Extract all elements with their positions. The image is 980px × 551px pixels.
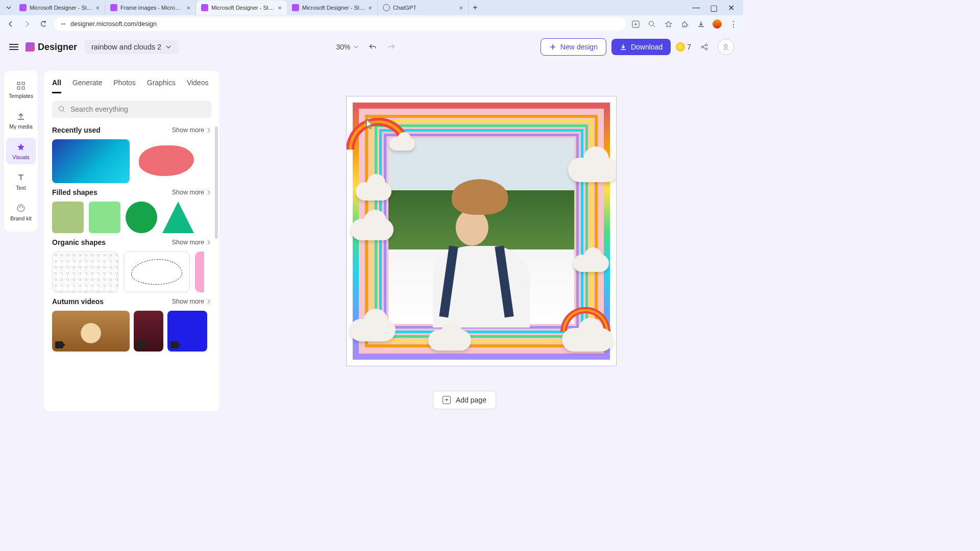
thumb-bean-outline[interactable] xyxy=(124,252,190,292)
zoom-icon[interactable] xyxy=(647,19,656,29)
tab-all[interactable]: All xyxy=(52,79,61,93)
section-recently-used: Recently used Show more xyxy=(44,123,219,185)
panel-scrollbar[interactable] xyxy=(215,127,218,239)
maximize-icon[interactable]: ▢ xyxy=(709,3,718,13)
search-icon xyxy=(58,106,65,113)
minimize-icon[interactable]: — xyxy=(692,3,700,13)
shape-square-olive[interactable] xyxy=(52,202,84,233)
url-field[interactable]: designer.microsoft.com/design xyxy=(54,17,626,31)
nav-forward-icon[interactable] xyxy=(21,18,33,30)
tab-3-active[interactable]: Microsoft Designer - Stunning × xyxy=(196,1,287,15)
rail-visuals[interactable]: Visuals xyxy=(6,138,36,164)
rail-my-media[interactable]: My media xyxy=(6,107,36,134)
rail-label: Brand kit xyxy=(10,215,31,221)
tab-1[interactable]: Microsoft Designer - Stunning × xyxy=(14,1,105,15)
thumb-dotted-blob[interactable] xyxy=(52,252,118,292)
download-button[interactable]: Download xyxy=(611,39,671,55)
video-thumb-blue[interactable] xyxy=(167,311,207,352)
tab-5[interactable]: ChatGPT × xyxy=(378,1,469,15)
shape-circle-green[interactable] xyxy=(126,202,157,233)
close-window-icon[interactable]: ✕ xyxy=(727,3,735,13)
show-more-button[interactable]: Show more xyxy=(172,239,211,246)
reload-icon[interactable] xyxy=(38,18,49,30)
bookmark-icon[interactable] xyxy=(664,19,673,29)
downloads-icon[interactable] xyxy=(696,19,705,29)
extensions-icon[interactable] xyxy=(680,19,689,29)
close-icon[interactable]: × xyxy=(278,4,282,12)
show-more-button[interactable]: Show more xyxy=(172,189,211,196)
rail-text[interactable]: Text xyxy=(6,168,36,195)
app-root: Designer rainbow and clouds 2 30% New de… xyxy=(0,33,743,416)
canvas[interactable] xyxy=(230,70,733,389)
section-organic-shapes: Organic shapes Show more xyxy=(44,235,219,294)
kebab-menu-icon[interactable]: ⋮ xyxy=(729,19,738,29)
section-title: Recently used xyxy=(52,126,101,134)
close-icon[interactable]: × xyxy=(95,4,100,12)
favicon-icon xyxy=(110,4,117,11)
new-tab-button[interactable]: + xyxy=(469,1,482,14)
svg-point-12 xyxy=(19,207,20,208)
thumb-blob[interactable] xyxy=(135,139,201,183)
redo-button[interactable] xyxy=(387,43,395,51)
video-thumb-leaves[interactable] xyxy=(134,311,163,352)
chevron-down-icon xyxy=(353,44,358,49)
add-page-button[interactable]: + Add page xyxy=(433,391,496,409)
artboard[interactable] xyxy=(346,96,617,366)
favicon-icon xyxy=(292,4,299,11)
window-controls: — ▢ ✕ xyxy=(692,3,740,13)
site-info-icon[interactable] xyxy=(60,21,66,27)
shape-square-green[interactable] xyxy=(89,202,120,233)
section-title: Filled shapes xyxy=(52,188,97,196)
close-icon[interactable]: × xyxy=(186,4,190,12)
video-badge-icon xyxy=(170,341,179,348)
tab-4[interactable]: Microsoft Designer - Stunning × xyxy=(287,1,378,15)
video-thumb-dog[interactable] xyxy=(52,311,130,352)
tab-generate[interactable]: Generate xyxy=(72,79,102,93)
tab-videos[interactable]: Videos xyxy=(187,79,209,93)
app-logo[interactable]: Designer xyxy=(26,42,77,53)
svg-point-5 xyxy=(705,44,707,46)
thumb-gradient[interactable] xyxy=(52,139,130,183)
thumb-pink-partial[interactable] xyxy=(195,252,204,292)
close-icon[interactable]: × xyxy=(368,4,372,12)
undo-button[interactable] xyxy=(369,43,377,51)
new-design-button[interactable]: New design xyxy=(541,38,606,56)
plus-square-icon: + xyxy=(443,396,451,404)
add-page-label: Add page xyxy=(456,396,486,404)
tab-title: Microsoft Designer - Stunning xyxy=(30,5,92,11)
credits-badge[interactable]: 7 xyxy=(676,42,691,52)
show-more-button[interactable]: Show more xyxy=(172,127,211,134)
search-placeholder: Search everything xyxy=(70,105,128,113)
tab-graphics[interactable]: Graphics xyxy=(147,79,176,93)
panel-tabs: All Generate Photos Graphics Videos xyxy=(44,79,219,93)
install-icon[interactable] xyxy=(631,19,640,29)
shape-triangle-green[interactable] xyxy=(162,202,194,233)
header-actions: New design Download 7 xyxy=(541,38,734,56)
rail-templates[interactable]: Templates xyxy=(6,77,36,103)
cloud-icon xyxy=(389,137,415,151)
video-badge-icon xyxy=(137,341,145,348)
profile-avatar-icon[interactable] xyxy=(713,19,722,29)
chevron-right-icon xyxy=(206,299,211,304)
toolbar-actions: ⋮ xyxy=(631,19,738,29)
show-more-label: Show more xyxy=(172,127,204,134)
document-name-dropdown[interactable]: rainbow and clouds 2 xyxy=(84,40,179,54)
templates-icon xyxy=(16,81,26,91)
close-icon[interactable]: × xyxy=(459,4,463,12)
tab-title: Microsoft Designer - Stunning xyxy=(211,5,275,11)
rail-brand-kit[interactable]: Brand kit xyxy=(6,199,36,226)
tab-menu-chevron[interactable] xyxy=(3,2,14,13)
search-input[interactable]: Search everything xyxy=(52,101,211,118)
share-button[interactable] xyxy=(696,39,713,55)
tab-2[interactable]: Frame images - Microsoft Des × xyxy=(105,1,196,15)
hamburger-icon[interactable] xyxy=(9,44,18,50)
zoom-dropdown[interactable]: 30% xyxy=(336,43,358,51)
chevron-right-icon xyxy=(206,190,211,195)
section-autumn-videos: Autumn videos Show more xyxy=(44,294,219,354)
svg-point-4 xyxy=(701,46,703,48)
account-button[interactable] xyxy=(718,39,734,55)
section-filled-shapes: Filled shapes Show more xyxy=(44,185,219,235)
show-more-button[interactable]: Show more xyxy=(172,298,211,305)
tab-photos[interactable]: Photos xyxy=(113,79,136,93)
nav-back-icon[interactable] xyxy=(5,18,16,30)
